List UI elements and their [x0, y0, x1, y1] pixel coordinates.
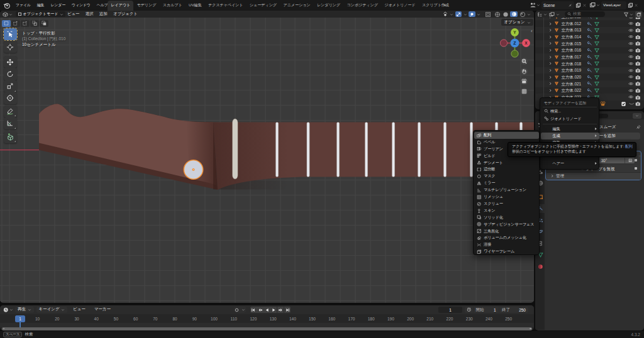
tool-rotate[interactable]: [4, 68, 17, 80]
workspace-tab[interactable]: モデリング: [133, 1, 159, 11]
outliner-search-input[interactable]: 検索: [565, 11, 605, 17]
outliner-row[interactable]: 立方体.022: [535, 87, 644, 94]
hide-viewport-icon[interactable]: [628, 48, 634, 53]
editor-type-icon[interactable]: [3, 12, 8, 17]
workspace-tab[interactable]: ジオメトリノード: [381, 1, 419, 11]
chevron-down-icon[interactable]: [536, 3, 540, 7]
shading-rendered-icon[interactable]: [519, 11, 526, 18]
tool-add-cube[interactable]: [4, 131, 17, 143]
scrollbar-cap[interactable]: [530, 328, 531, 329]
outliner-row[interactable]: 立方体.014: [535, 33, 644, 40]
chevron-down-icon[interactable]: [464, 13, 467, 16]
expand-icon[interactable]: [548, 75, 552, 79]
shading-material-toggle[interactable]: [510, 11, 518, 18]
use-preview-range-button[interactable]: [465, 307, 473, 313]
jump-to-start-button[interactable]: [250, 307, 257, 313]
manage-subpanel-header[interactable]: 管理: [547, 172, 641, 180]
submenu-item[interactable]: マスク: [474, 173, 539, 180]
nut[interactable]: [233, 119, 238, 179]
hide-render-icon[interactable]: [635, 88, 641, 93]
submenu-item[interactable]: リメッシュ: [474, 194, 539, 200]
hide-viewport-icon[interactable]: [628, 35, 634, 39]
expand-icon[interactable]: [548, 41, 552, 45]
gizmo-y-neg-axis[interactable]: [511, 50, 518, 57]
outliner-row[interactable]: 立方体.015: [535, 40, 644, 47]
tool-measure[interactable]: [4, 117, 17, 129]
hide-viewport-icon[interactable]: [628, 75, 634, 79]
options-dropdown[interactable]: オプション: [501, 19, 533, 26]
chevron-down-icon[interactable]: [527, 13, 531, 16]
frame-end-field[interactable]: 終了250: [499, 307, 528, 313]
marker-menu[interactable]: マーカー: [91, 307, 114, 312]
outliner-row[interactable]: 立方体.012: [535, 20, 644, 27]
submenu-item[interactable]: デシメート: [474, 160, 539, 166]
hide-render-icon[interactable]: [635, 41, 641, 46]
chevron-down-icon[interactable]: [9, 13, 13, 16]
auto-keying-options[interactable]: [240, 307, 246, 313]
new-viewlayer-icon[interactable]: [628, 3, 633, 8]
submenu-item[interactable]: 溶接: [474, 241, 539, 248]
select-mode-subtract[interactable]: [21, 20, 30, 28]
submenu-item[interactable]: サブディビジョンサーフェス: [474, 221, 539, 228]
closed-eye-icon[interactable]: [629, 102, 635, 106]
submenu-item[interactable]: スクリュー: [474, 200, 539, 207]
use-attribute-icon[interactable]: [628, 158, 633, 163]
tool-select-box[interactable]: [4, 28, 17, 40]
tool-annotate[interactable]: [4, 106, 17, 117]
tool-move[interactable]: [4, 56, 17, 68]
viewport-menu-item[interactable]: 選択: [86, 11, 94, 17]
hide-viewport-icon[interactable]: [628, 68, 634, 73]
expand-icon[interactable]: [548, 22, 552, 26]
display-mode-icon[interactable]: [549, 12, 555, 17]
navigation-gizmo[interactable]: Y X Z: [497, 25, 533, 61]
scene-icon[interactable]: [530, 2, 536, 8]
unlink-scene-icon[interactable]: [582, 3, 587, 8]
hide-viewport-icon[interactable]: [628, 62, 634, 66]
jump-to-end-button[interactable]: [284, 307, 291, 313]
scene-name-field[interactable]: Scene: [541, 1, 574, 9]
snap-toggle[interactable]: [455, 11, 462, 18]
expand-icon[interactable]: [548, 48, 552, 52]
outliner-row[interactable]: 立方体.020: [535, 74, 644, 80]
hide-render-icon[interactable]: [635, 75, 641, 80]
viewlayer-name-field[interactable]: ViewLayer: [601, 1, 626, 9]
workspace-tab[interactable]: テクスチャペイント: [205, 1, 247, 11]
play-reverse-button[interactable]: [264, 307, 270, 313]
animate-ignore-dot[interactable]: [635, 167, 637, 170]
xray-toggle[interactable]: [485, 11, 491, 18]
workspace-tab[interactable]: アニメーション: [280, 1, 314, 11]
playback-menu[interactable]: 再生: [15, 307, 34, 313]
chevron-down-icon[interactable]: [477, 13, 480, 16]
submenu-item[interactable]: 配列: [474, 132, 539, 139]
scrollbar-cap[interactable]: [3, 328, 4, 329]
timeline-scrollbar[interactable]: [2, 327, 532, 330]
frame-start-field[interactable]: 開始1: [474, 307, 499, 313]
menu-item-geometry-nodes[interactable]: ジオメトリノード: [541, 116, 599, 123]
viewlayer-icon[interactable]: [589, 2, 596, 8]
workspace-tab[interactable]: レイアウト: [108, 1, 133, 11]
menu-item-search[interactable]: 検索...: [541, 108, 599, 115]
filter-icon[interactable]: [623, 12, 629, 18]
chevron-down-icon[interactable]: [630, 13, 633, 16]
sidebar-collapse-arrow[interactable]: ‹: [531, 28, 533, 34]
tool-scale[interactable]: [4, 80, 17, 92]
select-mode-extend[interactable]: [11, 20, 20, 28]
expand-icon[interactable]: [548, 82, 552, 85]
proportional-edit-toggle[interactable]: [469, 11, 475, 18]
tab-material[interactable]: [536, 262, 545, 271]
outliner-row[interactable]: 立方体.017: [535, 53, 644, 60]
mode-dropdown[interactable]: オブジェクトモード: [16, 11, 65, 17]
menu-category[interactable]: 編集: [541, 126, 600, 133]
playhead-badge[interactable]: 1: [15, 315, 25, 322]
timeline-editor-icon[interactable]: [3, 307, 9, 313]
shading-solid-icon[interactable]: [502, 11, 509, 18]
expand-icon[interactable]: [548, 55, 552, 59]
hide-render-icon[interactable]: [635, 68, 641, 73]
panel-grip-icon[interactable]: ⁙: [638, 154, 641, 158]
tool-transform[interactable]: [4, 92, 17, 104]
viewport-menu-item[interactable]: ビュー: [67, 11, 79, 17]
hide-viewport-icon[interactable]: [628, 21, 634, 26]
chevron-down-icon[interactable]: [450, 13, 453, 16]
chevron-down-icon[interactable]: [556, 13, 560, 16]
submenu-item[interactable]: ワイヤーフレーム: [474, 248, 539, 255]
